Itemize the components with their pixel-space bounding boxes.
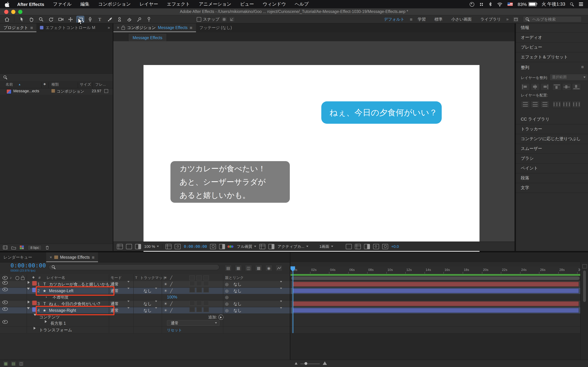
distribute-top-button[interactable]	[521, 101, 530, 108]
show-channels-icon[interactable]	[228, 245, 234, 248]
sort-ascending-icon[interactable]: ▲	[18, 83, 21, 86]
camera-dropdown[interactable]: アクティブカ...	[277, 244, 308, 249]
eye-icon[interactable]	[2, 300, 8, 304]
roto-brush-tool[interactable]	[135, 16, 143, 23]
collapse-switch-icon[interactable]: ☀	[164, 281, 167, 287]
menu-view[interactable]: ビュー	[240, 1, 254, 7]
magnification-dropdown[interactable]: 100 %	[144, 244, 159, 249]
switch-cell[interactable]	[196, 288, 202, 292]
align-bottom-button[interactable]	[572, 83, 581, 91]
pixel-aspect-icon[interactable]	[346, 244, 352, 249]
panel-content-aware-fill[interactable]: コンテンツに応じた塗りつぶし	[516, 134, 588, 144]
eye-icon[interactable]	[2, 288, 8, 291]
layer-duration-bar[interactable]	[293, 301, 579, 306]
current-timecode[interactable]: 0:00:00:00	[10, 262, 46, 269]
label-color-swatch[interactable]	[32, 281, 37, 285]
parent-dropdown[interactable]: なし	[233, 300, 242, 307]
draft-3d-icon[interactable]: ▦	[235, 265, 242, 271]
wifi-icon[interactable]	[497, 2, 503, 7]
align-left-button[interactable]	[521, 83, 530, 91]
message-bubble-right[interactable]: ねぇ、今日の夕食何がいい？	[321, 101, 442, 124]
t-column[interactable]: T	[135, 275, 137, 280]
switch-cell[interactable]	[196, 307, 202, 312]
distribute-horizontal-button[interactable]	[562, 101, 571, 108]
graph-row-3[interactable]	[291, 300, 580, 307]
snapshot-icon[interactable]	[210, 244, 216, 249]
battery-indicator[interactable]: 83%	[518, 1, 536, 7]
tab-render-queue[interactable]: レンダーキュー	[0, 252, 36, 262]
distribute-left-button[interactable]	[552, 101, 562, 108]
parent-dropdown[interactable]: なし	[233, 307, 242, 314]
distribute-vertical-button[interactable]	[531, 101, 540, 108]
hand-tool[interactable]	[27, 16, 35, 23]
shape-row-rectangle-1[interactable]: 長方形 1 通常	[0, 320, 290, 327]
column-frame[interactable]: フレ...	[95, 82, 106, 87]
color-depth-button[interactable]: 8 bpc	[28, 245, 42, 250]
puppet-pin-tool[interactable]	[145, 16, 153, 23]
expand-transfer-controls-icon[interactable]: ▤	[10, 361, 17, 366]
align-center-horizontal-button[interactable]	[531, 83, 540, 91]
label-column-icon[interactable]: ◆	[32, 275, 35, 279]
panel-menu-icon[interactable]: ≡	[190, 25, 192, 30]
new-composition-icon[interactable]	[20, 245, 24, 250]
viewer-timecode[interactable]: 0:00:00:00	[184, 244, 207, 249]
workspace-default[interactable]: デフォルト	[384, 17, 405, 22]
zoom-tool[interactable]	[37, 16, 45, 23]
project-item-list[interactable]	[0, 95, 113, 244]
bluetooth-icon[interactable]	[489, 2, 492, 7]
panel-cc-libraries[interactable]: CC ライブラリ	[516, 115, 588, 125]
minimize-window-button[interactable]	[11, 10, 15, 14]
trackmatte-dropdown[interactable]: なし	[144, 300, 152, 307]
hide-shy-layers-icon[interactable]: ◫	[245, 265, 252, 271]
menubar-app-name[interactable]: After Effects	[17, 1, 44, 7]
align-right-button[interactable]	[540, 83, 550, 91]
fast-preview-icon[interactable]	[355, 244, 361, 249]
panel-menu-icon[interactable]: ≡	[92, 255, 95, 260]
monitor-icon[interactable]	[126, 244, 132, 249]
composition-canvas[interactable]: ねぇ、今日の夕食何がいい？ カツカレーが食べたい！ あと、シーザーサラダが ある…	[144, 65, 479, 254]
timeline-search-field[interactable]	[49, 264, 219, 270]
switch-cell[interactable]	[203, 307, 209, 312]
switch-cell[interactable]	[196, 281, 202, 286]
apple-menu-icon[interactable]	[5, 1, 9, 7]
collapse-switch-icon[interactable]: ☀	[164, 288, 167, 294]
column-name[interactable]: 名前	[6, 82, 13, 87]
timeline-vertical-scrollbar[interactable]	[580, 262, 588, 361]
group-name[interactable]: トランスフォーム	[39, 327, 72, 333]
switch-cell[interactable]	[189, 307, 195, 312]
graph-empty-area[interactable]	[291, 334, 580, 361]
menu-animation[interactable]: アニメーション	[199, 1, 231, 7]
reset-link[interactable]: リセット	[167, 327, 182, 333]
shape-group-name[interactable]: 長方形 1	[50, 320, 66, 326]
scrollbar-top-icon[interactable]	[582, 264, 587, 268]
work-area-green-bar[interactable]	[291, 274, 580, 276]
column-size[interactable]: サイズ	[80, 82, 91, 87]
panel-menu-icon[interactable]: ≡	[30, 25, 33, 30]
solo-column-icon[interactable]	[15, 276, 19, 280]
align-scope-dropdown[interactable]: 選択範囲	[550, 74, 588, 81]
workspace-extra-icon[interactable]	[512, 16, 519, 22]
panel-audio[interactable]: オーディオ	[516, 33, 588, 43]
playhead-line[interactable]	[293, 266, 293, 333]
audio-column-icon[interactable]: ♪	[10, 275, 12, 280]
record-icon[interactable]	[470, 2, 474, 7]
tab-timeline-comp[interactable]: × Message Effects ≡	[46, 252, 98, 262]
spotlight-icon[interactable]	[570, 2, 574, 6]
pan-behind-tool[interactable]	[67, 16, 75, 23]
pick-whip-icon[interactable]: ◎	[225, 300, 229, 307]
composition-mini-flowchart-icon[interactable]: ▤	[225, 265, 232, 271]
grid-options-icon[interactable]	[117, 244, 123, 249]
snap-checkbox[interactable]	[197, 17, 201, 22]
camera-tool[interactable]	[57, 16, 65, 23]
menu-help[interactable]: ヘルプ	[295, 1, 309, 7]
rotation-tool[interactable]	[47, 16, 55, 23]
graph-row-contents[interactable]	[291, 314, 580, 320]
menu-layer[interactable]: レイヤー	[139, 1, 158, 7]
expand-inout-columns-icon[interactable]: ◫	[18, 361, 24, 366]
eraser-tool[interactable]	[125, 16, 133, 23]
switch-cell[interactable]	[189, 288, 195, 292]
panel-effects-presets[interactable]: エフェクト＆プリセット	[516, 52, 588, 62]
region-of-interest-icon[interactable]	[175, 244, 181, 249]
opacity-value[interactable]: 100%	[167, 294, 177, 300]
pick-whip-icon[interactable]: ◎	[225, 307, 229, 314]
